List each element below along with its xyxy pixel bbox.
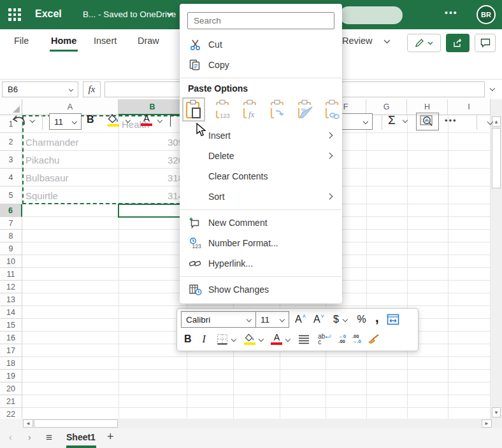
editing-mode-button[interactable] [407, 34, 441, 52]
tab-file[interactable]: File [14, 36, 29, 46]
sheet-tab-sheet1[interactable]: Sheet1 [66, 432, 96, 442]
paste-values-icon[interactable]: 123 [211, 97, 234, 122]
paste-link-icon[interactable] [320, 97, 343, 122]
row-header-15[interactable]: 15 [0, 319, 22, 332]
mini-align-button[interactable] [298, 334, 310, 344]
formula-bar-expand-chevron-icon[interactable] [490, 86, 495, 91]
row-header-3[interactable]: 3 [0, 151, 22, 169]
paste-formatting-icon[interactable]: % [293, 97, 316, 122]
bold-button[interactable]: B [87, 114, 94, 125]
currency-format-button[interactable]: $ [333, 314, 339, 325]
tab-home[interactable]: Home [51, 36, 76, 46]
row-header-17[interactable]: 17 [0, 344, 22, 357]
mini-font-name-select[interactable]: Calibri [181, 311, 256, 328]
paste-icon[interactable] [182, 97, 205, 122]
row-header-8[interactable]: 8 [0, 230, 22, 242]
comma-format-button[interactable]: , [375, 309, 379, 326]
title-chevron-down-icon[interactable] [167, 12, 173, 17]
app-launcher-waffle-icon[interactable] [8, 8, 21, 21]
row-header-2[interactable]: 2 [0, 133, 22, 151]
tab-draw[interactable]: Draw [138, 36, 159, 46]
mini-decrease-decimal-button[interactable]: ←0 .00 [338, 334, 346, 344]
menu-item-cut[interactable]: Cut [180, 34, 342, 55]
mini-font-color-button[interactable]: A [271, 333, 282, 345]
review-tab-chevron-down-icon[interactable] [384, 39, 391, 44]
row-header-19[interactable]: 19 [0, 370, 22, 382]
row-header-14[interactable]: 14 [0, 306, 22, 319]
horizontal-scrollbar[interactable]: ◄ ► [0, 419, 502, 428]
context-menu-search-input[interactable] [187, 12, 334, 29]
name-box[interactable]: B6 [2, 81, 78, 97]
percent-format-button[interactable]: % [357, 314, 366, 325]
row-header-22[interactable]: 22 [0, 408, 22, 419]
row-header-21[interactable]: 21 [0, 395, 22, 408]
insert-function-button[interactable]: fx [83, 81, 101, 97]
selected-cell-B6[interactable] [118, 204, 187, 218]
mini-fill-color-button[interactable] [244, 333, 255, 345]
analyze-data-button[interactable] [416, 113, 439, 130]
row-header-13[interactable]: 13 [0, 293, 22, 306]
mini-font-size-select[interactable]: 11 [255, 311, 289, 328]
undo-icon[interactable] [11, 115, 27, 127]
menu-item-delete[interactable]: Delete [180, 146, 342, 166]
increase-font-size-button[interactable]: A ˄ [295, 314, 306, 325]
row-header-10[interactable]: 10 [0, 255, 22, 268]
titlebar-search-box[interactable] [340, 6, 403, 24]
mini-borders-chevron-down-icon[interactable] [231, 337, 236, 342]
menu-item-clear-contents[interactable]: Clear Contents [180, 166, 342, 186]
autofit-button[interactable] [387, 314, 399, 325]
font-color-button[interactable]: A [140, 113, 154, 126]
tab-insert[interactable]: Insert [94, 36, 117, 46]
mini-fill-color-chevron-down-icon[interactable] [258, 337, 263, 342]
paste-formulas-icon[interactable]: fx [238, 97, 261, 122]
comments-button[interactable] [475, 34, 496, 52]
mini-borders-button[interactable] [217, 333, 228, 345]
autosum-button[interactable]: Σ [388, 113, 396, 127]
next-sheet-chevron-icon[interactable]: › [28, 432, 31, 442]
row-header-18[interactable]: 18 [0, 357, 22, 370]
row-header-5[interactable]: 5 [0, 186, 22, 204]
mini-format-painter-button[interactable] [368, 333, 380, 345]
mini-italic-button[interactable]: I [203, 333, 206, 345]
document-title[interactable]: B... - Saved to OneDrive [83, 10, 176, 19]
vertical-scroll-thumb[interactable] [492, 128, 501, 188]
mini-bold-button[interactable]: B [184, 333, 192, 345]
share-button[interactable] [446, 34, 470, 52]
menu-item-show-changes[interactable]: Show Changes [180, 279, 342, 300]
row-header-4[interactable]: 4 [0, 169, 22, 186]
titlebar-more-options-icon[interactable]: ••• [445, 8, 458, 18]
menu-item-number-format[interactable]: 123 Number Format... [180, 233, 342, 253]
previous-sheet-chevron-icon[interactable]: ‹ [9, 432, 12, 442]
row-header-7[interactable]: 7 [0, 217, 22, 230]
menu-item-hyperlink[interactable]: Hyperlink... [180, 253, 342, 274]
borders-icon-partial[interactable] [170, 115, 176, 127]
select-all-corner[interactable] [0, 99, 22, 115]
all-sheets-menu-icon[interactable]: ≡ [46, 431, 52, 444]
decrease-font-size-button[interactable]: A ˅ [313, 314, 324, 325]
vertical-scrollbar[interactable]: ▲ ▼ [491, 99, 502, 419]
mini-font-color-chevron-down-icon[interactable] [285, 337, 290, 342]
row-header-9[interactable]: 9 [0, 242, 22, 255]
menu-item-copy[interactable]: Copy [180, 55, 342, 75]
row-header-20[interactable]: 20 [0, 382, 22, 395]
paste-transpose-icon[interactable] [266, 97, 289, 122]
tab-review[interactable]: Review [342, 36, 373, 46]
row-header-16[interactable]: 16 [0, 332, 22, 344]
scroll-down-button[interactable]: ▼ [492, 407, 501, 417]
mini-increase-decimal-button[interactable]: .00 →.0 [352, 334, 361, 344]
font-size-select[interactable]: 11 [49, 113, 82, 130]
row-header-6[interactable]: 6 [0, 204, 22, 217]
row-header-11[interactable]: 11 [0, 268, 22, 281]
avatar[interactable]: BR [477, 5, 496, 24]
row-header-12[interactable]: 12 [0, 281, 22, 293]
mini-wrap-text-button[interactable]: ab⮐ c [318, 333, 331, 345]
menu-item-new-comment[interactable]: New Comment [180, 213, 342, 233]
fill-color-button[interactable] [106, 114, 120, 127]
toolbar-more-options-icon[interactable]: ••• [445, 116, 457, 125]
menu-item-sort[interactable]: Sort [180, 186, 342, 207]
scroll-right-button[interactable]: ► [482, 419, 492, 428]
horizontal-scroll-thumb[interactable] [34, 419, 118, 428]
col-header-I[interactable]: I [448, 99, 491, 115]
currency-chevron-down-icon[interactable] [343, 317, 348, 322]
scroll-left-button[interactable]: ◄ [23, 419, 33, 428]
